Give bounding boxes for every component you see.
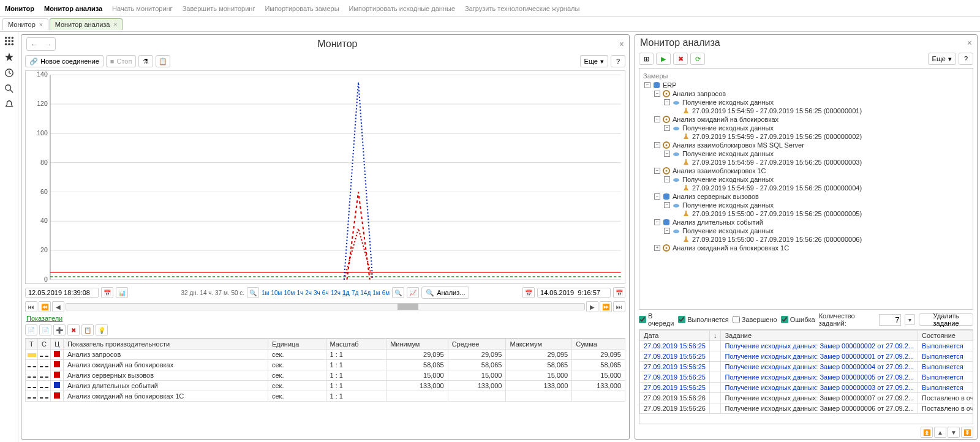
hint-button[interactable]: 💡 <box>96 324 108 335</box>
tree-node[interactable]: 27.09.2019 15:55:00 - 27.09.2019 15:56:2… <box>642 235 970 244</box>
zoom-1д-8[interactable]: 1д <box>342 290 350 296</box>
more-button[interactable]: Еще ▾ <box>580 55 608 67</box>
zoom-out-icon[interactable]: 🔍 <box>392 287 404 298</box>
ind-btn-2[interactable]: 📄 <box>39 324 51 335</box>
next-fast-button[interactable]: ⏩ <box>600 301 612 312</box>
add-indicator-button[interactable]: ➕ <box>53 324 66 335</box>
forward-button[interactable]: → <box>42 39 54 49</box>
indicator-row[interactable]: Анализ ожиданий на блокировкахсек.1 : 1 … <box>26 360 625 370</box>
list-button[interactable]: 📋 <box>156 55 170 67</box>
zoom-2ч-4[interactable]: 2ч <box>305 290 312 296</box>
tree-toggle[interactable]: − <box>664 151 670 157</box>
bell-icon[interactable] <box>4 99 15 110</box>
menu-5[interactable]: Импортировать исходные данные <box>349 5 455 12</box>
chk-running[interactable]: Выполняется <box>678 316 729 323</box>
menu-1[interactable]: Монитор анализа <box>44 5 102 12</box>
star-icon[interactable] <box>4 51 15 62</box>
date-from-input[interactable] <box>25 288 99 298</box>
zoom-12ч-7[interactable]: 12ч <box>331 290 341 296</box>
indicator-row[interactable]: Анализ ожиданий на блокировках 1Ссек.1 :… <box>26 391 625 402</box>
chk-done[interactable]: Завершено <box>733 316 777 323</box>
tree-node[interactable]: 27.09.2019 15:55:00 - 27.09.2019 15:56:2… <box>642 209 970 218</box>
zoom-10м-2[interactable]: 10м <box>284 290 295 296</box>
job-row[interactable]: 27.09.2019 15:56:25Получение исходных да… <box>640 351 974 362</box>
search-icon[interactable] <box>4 83 15 94</box>
tree-node[interactable]: 27.09.2019 15:54:59 - 27.09.2019 15:56:2… <box>642 158 970 167</box>
help-button[interactable]: ? <box>611 55 625 67</box>
tree-toggle[interactable]: − <box>654 142 660 148</box>
stop-button[interactable]: ■Стоп <box>106 55 137 67</box>
tree-toggle[interactable]: − <box>654 91 660 97</box>
tree-toggle[interactable]: − <box>664 202 670 208</box>
job-row[interactable]: 27.09.2019 15:56:26Получение исходных да… <box>640 403 974 414</box>
tab-close-icon[interactable]: × <box>114 21 118 28</box>
indicator-row[interactable]: Анализ длительных событийсек.1 : 1 133,0… <box>26 381 625 391</box>
tree-node[interactable]: −Анализ ожиданий на блокировках <box>642 115 970 124</box>
next-button[interactable]: ▶ <box>586 301 598 312</box>
more-button[interactable]: Еще ▾ <box>928 53 956 65</box>
tree-toggle[interactable]: − <box>664 125 670 131</box>
close-icon[interactable]: × <box>619 39 624 49</box>
tree-node[interactable]: 27.09.2019 15:54:59 - 27.09.2019 15:56:2… <box>642 184 970 192</box>
zoom-3ч-5[interactable]: 3ч <box>314 290 320 296</box>
ind-btn-5[interactable]: 📋 <box>81 324 94 335</box>
zoom-1м-0[interactable]: 1м <box>262 290 269 296</box>
zoom-6ч-6[interactable]: 6ч <box>322 290 329 296</box>
jobs-down[interactable]: ▼ <box>948 427 960 438</box>
menu-4[interactable]: Импортировать замеры <box>265 5 339 12</box>
job-row[interactable]: 27.09.2019 15:56:26Получение исходных да… <box>640 393 974 403</box>
jobs-up[interactable]: ▲ <box>934 427 946 438</box>
job-row[interactable]: 27.09.2019 15:56:25Получение исходных да… <box>640 362 974 372</box>
tree-toggle[interactable]: − <box>664 176 670 182</box>
prev-button[interactable]: ◀ <box>52 301 64 312</box>
tree-node[interactable]: −Получение исходных данных <box>642 227 970 235</box>
tab-0[interactable]: Монитор× <box>2 18 48 30</box>
play-button[interactable]: ▶ <box>656 53 671 65</box>
menu-2[interactable]: Начать мониторинг <box>112 5 173 12</box>
zoom-10м-1[interactable]: 10м <box>271 290 282 296</box>
analysis-button[interactable]: 🔍Анализ... <box>421 287 469 299</box>
help-button[interactable]: ? <box>959 53 973 65</box>
tree-toggle[interactable]: − <box>664 228 670 234</box>
tab-1[interactable]: Монитор анализа× <box>50 18 123 30</box>
job-row[interactable]: 27.09.2019 15:56:25Получение исходных да… <box>640 372 974 383</box>
indicator-row[interactable]: Анализ серверных вызововсек.1 : 1 15,000… <box>26 370 625 381</box>
tree-toggle[interactable]: − <box>644 82 650 88</box>
calendar-to-icon[interactable]: 📅 <box>522 287 535 298</box>
prev-fast-button[interactable]: ⏪ <box>39 301 51 312</box>
chart-tool-1[interactable]: 📊 <box>116 287 128 298</box>
count-input[interactable] <box>879 314 901 326</box>
first-button[interactable]: ⏮ <box>25 301 37 312</box>
tree-toggle[interactable]: − <box>654 193 660 200</box>
tab-close-icon[interactable]: × <box>39 21 43 28</box>
time-slider[interactable] <box>66 303 585 310</box>
jobs-last[interactable]: ⏬ <box>961 427 973 438</box>
chk-queued[interactable]: В очереди <box>639 312 674 327</box>
tree-node[interactable]: −Анализ взаимоблокировок 1С <box>642 167 970 175</box>
zoom-14д-10[interactable]: 14д <box>360 290 371 296</box>
delete-job-button[interactable]: Удалить задание <box>919 313 973 326</box>
filter-button[interactable]: ⚗ <box>138 55 153 67</box>
tree-node[interactable]: 27.09.2019 15:54:59 - 27.09.2019 15:56:2… <box>642 107 970 115</box>
tree-node[interactable]: −Анализ запросов <box>642 89 970 98</box>
new-connection-button[interactable]: 🔗Новое соединение <box>25 55 104 67</box>
ind-btn-1[interactable]: 📄 <box>25 324 37 335</box>
tree-node[interactable]: −Получение исходных данных <box>642 98 970 107</box>
tree-node[interactable]: −Получение исходных данных <box>642 149 970 158</box>
back-button[interactable]: ← <box>28 39 40 49</box>
tree-toggle[interactable]: − <box>654 168 660 174</box>
menu-3[interactable]: Завершить мониторинг <box>183 5 255 12</box>
close-icon[interactable]: × <box>967 38 972 48</box>
apps-icon[interactable] <box>4 36 15 47</box>
calendar-from-icon[interactable]: 📅 <box>101 287 113 298</box>
menu-0[interactable]: Монитор <box>5 5 34 12</box>
tree-toggle[interactable]: − <box>654 116 660 122</box>
menu-6[interactable]: Загрузить технологические журналы <box>465 5 579 12</box>
count-spinner[interactable]: ▾ <box>905 314 915 325</box>
zoom-in-icon[interactable]: 🔍 <box>247 287 259 298</box>
tree-node[interactable]: −Анализ длительных событий <box>642 218 970 227</box>
indicator-row[interactable]: Анализ запросовсек.1 : 1 29,09529,09529,… <box>26 350 625 360</box>
tree-toggle[interactable]: − <box>664 99 670 105</box>
tree-toggle[interactable]: + <box>654 245 660 251</box>
last-button[interactable]: ⏭ <box>613 301 625 312</box>
